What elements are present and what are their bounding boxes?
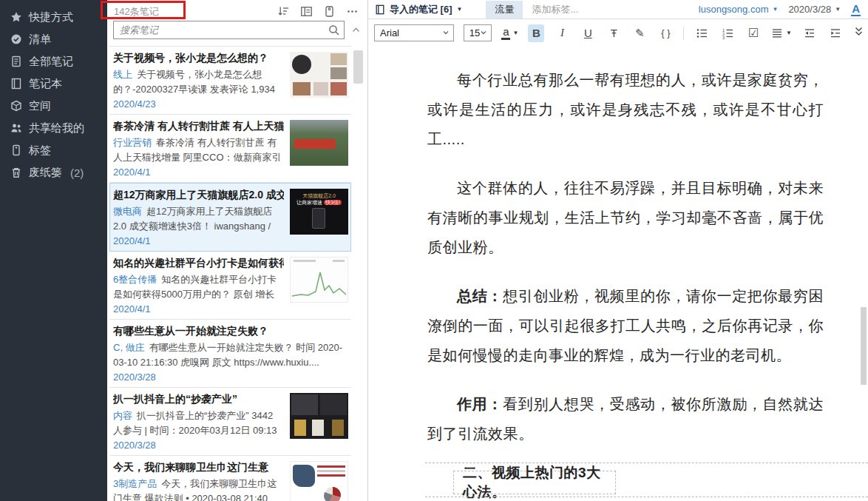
- note-category-link[interactable]: 微电商: [113, 206, 142, 217]
- add-tag-placeholder[interactable]: 添加标签...: [532, 3, 578, 16]
- note-date-label: 2020/3/28: [788, 4, 831, 15]
- note-list-item-selected[interactable]: 超12万商家用上了天猫旗舰店2.0 成交额... 微电商超12万商家用上了天猫旗…: [109, 183, 351, 252]
- chevron-down-icon: ▼: [457, 7, 463, 13]
- chevron-down-icon: [480, 27, 487, 38]
- sidebar-item-all-notes[interactable]: 全部笔记: [0, 50, 107, 73]
- note-thumbnail: [290, 461, 348, 501]
- account-selector[interactable]: lusongsong.com ▼: [699, 4, 779, 15]
- sidebar-item-shortcuts[interactable]: 快捷方式: [0, 6, 107, 28]
- checkbox-button[interactable]: ☑: [745, 24, 762, 42]
- section-heading: 二、视频上热门的3大心法。: [463, 463, 615, 501]
- font-size-value: 15: [469, 27, 480, 38]
- sidebar-item-label: 共享给我的: [29, 121, 84, 135]
- font-color-button[interactable]: a ▼: [501, 26, 518, 40]
- note-list-item[interactable]: 今天，我们来聊聊卫生巾这门生意 3制造产品今天，我们来聊聊卫生巾这门生意 爆款法…: [109, 456, 351, 501]
- tag-label-icon[interactable]: [322, 4, 336, 18]
- align-button[interactable]: ▼: [771, 27, 792, 39]
- font-family-select[interactable]: Arial: [374, 24, 454, 41]
- sidebar-item-label: 废纸篓: [29, 166, 62, 180]
- account-label: lusongsong.com: [699, 4, 769, 15]
- layout-view-icon[interactable]: [299, 4, 313, 18]
- outdent-button[interactable]: [801, 24, 818, 42]
- chevron-up-icon[interactable]: [351, 24, 361, 38]
- strikethrough-button[interactable]: Ŧ: [606, 24, 622, 42]
- chevron-down-icon: ▼: [512, 30, 518, 36]
- paragraph-bold-prefix: 作用：: [457, 396, 503, 412]
- sidebar: 快捷方式 清单 全部笔记 笔记本 空间: [0, 0, 107, 501]
- notebook-selector[interactable]: 导入的笔记 [6] ▼: [375, 3, 462, 16]
- note-thumbnail: [290, 120, 348, 166]
- note-thumbnail: 天猫旗舰店2.0 让商家增速 快3倍!: [290, 189, 348, 235]
- font-size-select[interactable]: 15: [464, 24, 492, 41]
- notebook-icon: [375, 4, 385, 15]
- sidebar-item-tags[interactable]: 标签: [0, 139, 107, 161]
- note-editor-body[interactable]: 每个行业总有那么一帮有理想的人，或许是家庭贫穷，或许是生活的压力，或许是身残志不…: [368, 46, 868, 501]
- note-thumbnail: [290, 52, 348, 98]
- tag-chip[interactable]: 流量: [486, 1, 523, 19]
- reader-mode-icon[interactable]: A: [851, 2, 861, 16]
- sidebar-item-spaces[interactable]: 空间: [0, 95, 107, 117]
- note-snippet: 线上关于视频号，张小龙是怎么想的？-20200327早读课 发表评论 1,934…: [113, 67, 284, 97]
- sidebar-item-shared-with-me[interactable]: 共享给我的: [0, 117, 107, 139]
- font-family-value: Arial: [380, 27, 399, 38]
- chevron-down-icon: ▼: [835, 7, 841, 13]
- sidebar-item-checklist[interactable]: 清单: [0, 28, 107, 50]
- more-tools-button[interactable]: [853, 26, 864, 41]
- note-category-link[interactable]: 6整合传播: [113, 274, 157, 285]
- search-icon[interactable]: [328, 24, 341, 40]
- bold-button[interactable]: B: [528, 24, 544, 42]
- note-snippet: 行业营销春茶冷清 有人转行割甘蔗 有人上天猫找增量 阿里CCO：做新商家引路..…: [113, 135, 284, 165]
- italic-button[interactable]: I: [554, 24, 570, 42]
- note-title: 春茶冷清 有人转行割甘蔗 有人上天猫找...: [113, 120, 284, 133]
- space-cube-icon: [10, 100, 22, 112]
- sort-icon[interactable]: [277, 4, 290, 18]
- sidebar-item-notebooks[interactable]: 笔记本: [0, 73, 107, 95]
- note-date-selector[interactable]: 2020/3/28 ▼: [788, 4, 841, 15]
- note-snippet-text: 扒一扒抖音上的“抄袭产业” 3442 人参与 | 时间：2020年03月12日 …: [113, 410, 277, 438]
- note-category-link[interactable]: 3制造产品: [113, 478, 157, 489]
- note-snippet: 6整合传播知名的兴趣社群平台小打卡是如何获得5000万用户的？ 原创 增长黑盒.…: [113, 272, 284, 302]
- paragraph: 这个群体的人，往往不易浮躁，并且目标明确，对未来有清晰的事业规划，生活上节约，学…: [427, 173, 824, 262]
- note-list-item[interactable]: 关于视频号，张小龙是怎么想的？ 线上关于视频号，张小龙是怎么想的？-202003…: [109, 47, 351, 115]
- sidebar-item-label: 笔记本: [29, 77, 62, 91]
- indent-button[interactable]: [827, 24, 844, 42]
- search-input[interactable]: [114, 21, 344, 38]
- trash-icon: [10, 167, 22, 179]
- chevron-down-icon: [442, 27, 450, 38]
- table-dashed-border-bottom: [425, 497, 868, 497]
- note-list-item[interactable]: 知名的兴趣社群平台小打卡是如何获得5... 6整合传播知名的兴趣社群平台小打卡是…: [109, 252, 351, 320]
- list-header-toolbar: [277, 4, 359, 18]
- trash-count-badge: (2): [70, 167, 84, 179]
- note-thumbnail: [290, 257, 348, 303]
- numbered-list-button[interactable]: 123: [719, 24, 736, 42]
- note-date: 2020/4/1: [113, 235, 284, 246]
- note-snippet: C, 做庄有哪些生意从一开始就注定失败？ 时间 2020-03-10 21:16…: [113, 340, 348, 370]
- note-category-link[interactable]: 内容: [113, 410, 132, 421]
- code-button[interactable]: { }: [657, 24, 674, 42]
- sidebar-item-label: 标签: [29, 144, 51, 158]
- note-category-link[interactable]: 行业营销: [113, 137, 152, 148]
- notebook-label: 导入的笔记 [6]: [390, 3, 452, 16]
- note-category-link[interactable]: 线上: [113, 69, 132, 80]
- note-list-item[interactable]: 扒一扒抖音上的“抄袭产业” 内容扒一扒抖音上的“抄袭产业” 3442 人参与 |…: [109, 388, 351, 456]
- note-category-link[interactable]: C, 做庄: [113, 342, 145, 353]
- bullet-list-button[interactable]: [694, 24, 710, 42]
- list-scrollbar-thumb[interactable]: [353, 50, 363, 84]
- note-title: 知名的兴趣社群平台小打卡是如何获得5...: [113, 257, 284, 270]
- sidebar-item-trash[interactable]: 废纸篓 (2): [0, 161, 107, 184]
- note-list-item[interactable]: 春茶冷清 有人转行割甘蔗 有人上天猫找... 行业营销春茶冷清 有人转行割甘蔗 …: [109, 115, 351, 183]
- editor-scrollbar-thumb[interactable]: [861, 307, 867, 385]
- highlighter-button[interactable]: ✎: [631, 24, 648, 42]
- chevron-down-icon: ▼: [772, 7, 778, 13]
- format-toolbar: Arial 15 a ▼ B I U Ŧ ✎ { } 123: [368, 20, 868, 46]
- underline-button[interactable]: U: [580, 24, 596, 42]
- app-window: 快捷方式 清单 全部笔记 笔记本 空间: [0, 0, 868, 501]
- note-date: 2020/4/23: [113, 98, 284, 110]
- editor-panel: 导入的笔记 [6] ▼ 流量 添加标签... lusongsong.com ▼ …: [368, 0, 868, 501]
- note-title: 有哪些生意从一开始就注定失败？: [113, 325, 348, 338]
- note-date: 2020/4/1: [113, 303, 284, 315]
- note-list-item[interactable]: 有哪些生意从一开始就注定失败？ C, 做庄有哪些生意从一开始就注定失败？ 时间 …: [109, 320, 351, 388]
- notebook-icon: [10, 78, 22, 90]
- more-dots-icon[interactable]: [345, 4, 359, 18]
- note-list-panel: 142条笔记: [107, 0, 368, 501]
